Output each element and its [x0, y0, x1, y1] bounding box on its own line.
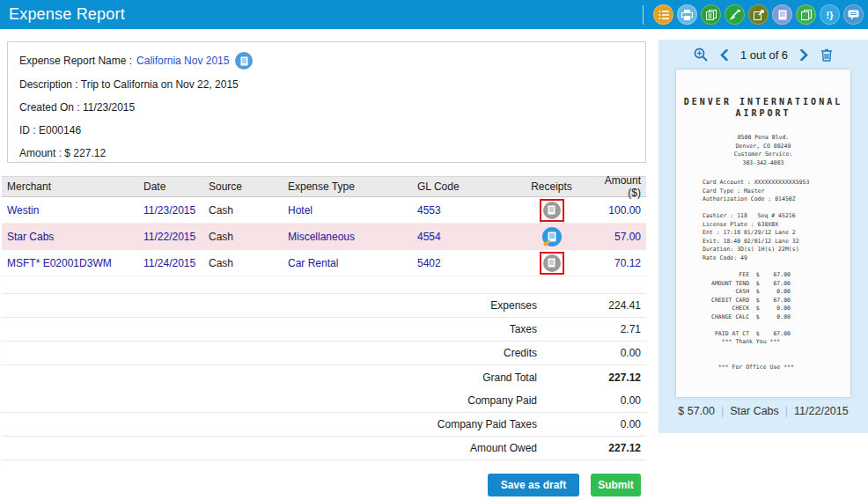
receipt-line: [711, 347, 850, 356]
report-created-on: Created On : 11/23/2015: [19, 100, 135, 115]
summary-row-credits: Credits 0.00: [2, 342, 646, 365]
expense-type-link[interactable]: Car Rental: [283, 257, 412, 269]
expense-table: Merchant Date Source Expense Type GL Cod…: [2, 176, 646, 276]
receipt-line: Cashier : 118 Seq # 45216: [702, 212, 850, 221]
summary-value: 0.00: [537, 394, 646, 407]
table-row-selected: Star Cabs 11/22/2015 Cash Miscellaneous …: [2, 224, 646, 250]
summary-label: Company Paid Taxes: [2, 418, 537, 430]
amount-link[interactable]: 100.00: [593, 204, 646, 217]
report-document-icon[interactable]: [235, 52, 253, 70]
receipt-line: CREDIT CARD $ 67.00: [711, 297, 850, 305]
summary-value: 227.12: [537, 442, 646, 454]
receipt-details-block: Card Account : XXXXXXXXXXXX5953Card Type…: [676, 179, 850, 262]
report-info-panel: Expense Report Name : California Nov 201…: [7, 41, 646, 163]
summary-row-expenses: Expenses 224.41: [2, 294, 646, 318]
receipt-line: CASH $ 0.00: [711, 288, 850, 297]
page-title: Expense Report: [9, 5, 125, 24]
receipt-pager: 1 out of 6: [658, 40, 868, 70]
receipt-line: Customer Service:: [676, 151, 850, 159]
receipt-line: CHANGE CALC $ 0.00: [711, 313, 850, 322]
previous-receipt-icon[interactable]: [720, 49, 728, 61]
receipt-line: [711, 355, 850, 364]
merchant-link[interactable]: Westin: [2, 204, 138, 217]
summary-value: 2.71: [537, 323, 646, 335]
receipt-line: PAID AT CT $ 67.00: [711, 330, 850, 339]
receipt-viewer-panel: 1 out of 6 DENVER INTERNATIONAL AIRPORT …: [658, 40, 868, 433]
receipt-line: AMOUNT TEND $ 67.00: [711, 280, 850, 289]
receipt-line: FEE $ 67.00: [711, 271, 850, 280]
comment-icon[interactable]: [843, 4, 864, 25]
receipt-caption: $ 57.00|Star Cabs|11/22/2015: [658, 405, 868, 417]
merchant-link[interactable]: Star Cabs: [2, 231, 138, 243]
list-icon[interactable]: [653, 4, 673, 25]
col-source: Source: [203, 180, 283, 193]
expense-type-link[interactable]: Miscellaneous: [283, 231, 412, 243]
summary-row-company-paid-taxes: Company Paid Taxes 0.00: [2, 413, 646, 437]
caption-date: 11/22/2015: [794, 405, 849, 417]
source-value: Cash: [203, 257, 283, 269]
gl-code-link[interactable]: 4554: [412, 231, 510, 243]
pager-count-text: 1 out of 6: [740, 48, 788, 62]
caption-separator: |: [785, 405, 788, 417]
report-description: Description : Trip to California on Nov …: [19, 77, 239, 92]
copy-icon[interactable]: [701, 4, 721, 25]
receipt-line: CHECK $ 0.00: [711, 305, 850, 313]
receipt-image[interactable]: DENVER INTERNATIONAL AIRPORT 8500 Pena B…: [676, 70, 850, 397]
report-name-label: Expense Report Name :: [19, 54, 132, 69]
submit-button[interactable]: Submit: [591, 474, 641, 496]
caption-separator: |: [721, 405, 724, 417]
receipt-title-line1: DENVER INTERNATIONAL: [676, 96, 850, 107]
header-toolbar: !}: [643, 4, 864, 25]
col-gl-code: GL Code: [412, 180, 510, 193]
receipt-line: Exit: 18:40 02/01/12 Lane 32: [702, 238, 850, 246]
amount-link[interactable]: 57.00: [593, 231, 646, 243]
receipt-line: 8500 Pena Blvd.: [676, 134, 850, 143]
col-amount: Amount ($): [593, 174, 646, 199]
summary-row-company-paid: Company Paid 0.00: [2, 389, 646, 413]
summary-label: Grand Total: [2, 371, 537, 384]
source-value: Cash: [203, 204, 283, 217]
col-expense-type: Expense Type: [283, 180, 412, 193]
edit-icon[interactable]: [725, 4, 745, 25]
receipt-document-icon[interactable]: [543, 202, 561, 219]
expense-table-header: Merchant Date Source Expense Type GL Cod…: [2, 176, 646, 197]
receipt-line: Duration: 3D(s) 1H(s) 22M(s): [702, 246, 850, 254]
delete-receipt-icon[interactable]: [820, 48, 833, 62]
date-link[interactable]: 11/22/2015: [138, 231, 203, 243]
summary-table: Expenses 224.41 Taxes 2.71 Credits 0.00 …: [2, 293, 646, 460]
summary-value: 0.00: [537, 418, 646, 430]
action-buttons: Save as draft Submit: [2, 474, 641, 496]
receipt-document-icon[interactable]: [543, 254, 561, 272]
document-icon[interactable]: [772, 4, 792, 25]
col-receipts: Receipts: [510, 180, 593, 193]
next-receipt-icon[interactable]: [800, 49, 808, 61]
duplicate-icon[interactable]: [796, 4, 816, 25]
check-icon: ✔: [543, 237, 552, 249]
date-link[interactable]: 11/23/2015: [138, 204, 203, 217]
merchant-link[interactable]: MSFT* E02001D3WM: [2, 257, 138, 269]
print-icon[interactable]: [677, 4, 697, 25]
expense-type-link[interactable]: Hotel: [283, 204, 412, 217]
gl-code-link[interactable]: 5402: [412, 257, 510, 269]
summary-label: Taxes: [2, 323, 537, 335]
date-link[interactable]: 11/24/2015: [138, 257, 203, 269]
alert-icon[interactable]: !}: [820, 4, 840, 25]
gl-code-link[interactable]: 4553: [412, 204, 510, 217]
source-value: Cash: [203, 231, 283, 243]
save-as-draft-button[interactable]: Save as draft: [488, 474, 579, 496]
receipt-fees-block: FEE $ 67.00AMOUNT TEND $ 67.00 CASH $ 0.…: [676, 271, 850, 371]
summary-row-amount-owed: Amount Owed 227.12: [2, 437, 646, 460]
report-name-link[interactable]: California Nov 2015: [136, 54, 229, 69]
report-name-line: Expense Report Name : California Nov 201…: [19, 52, 645, 70]
alert-glyph: !}: [827, 10, 834, 20]
table-row: MSFT* E02001D3WM 11/24/2015 Cash Car Ren…: [2, 250, 646, 276]
receipt-attached-icon[interactable]: ✔: [542, 227, 562, 246]
toolbar-divider: [643, 5, 644, 25]
summary-row-grand-total: Grand Total 227.12: [2, 365, 646, 389]
caption-merchant: Star Cabs: [730, 405, 779, 417]
receipt-line: *** For Office Use ***: [711, 364, 850, 372]
export-icon[interactable]: [748, 4, 769, 25]
amount-link[interactable]: 70.12: [593, 257, 646, 269]
zoom-icon[interactable]: [694, 48, 708, 62]
summary-row-taxes: Taxes 2.71: [2, 318, 646, 342]
